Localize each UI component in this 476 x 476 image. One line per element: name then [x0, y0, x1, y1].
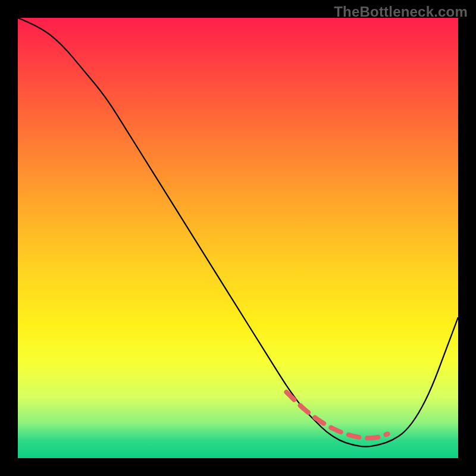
plot-area: [18, 18, 458, 458]
chart-container: TheBottleneck.com: [0, 0, 476, 476]
chart-svg: [18, 18, 458, 458]
optimal-range-dashed: [286, 392, 387, 438]
bottleneck-curve: [18, 18, 458, 447]
